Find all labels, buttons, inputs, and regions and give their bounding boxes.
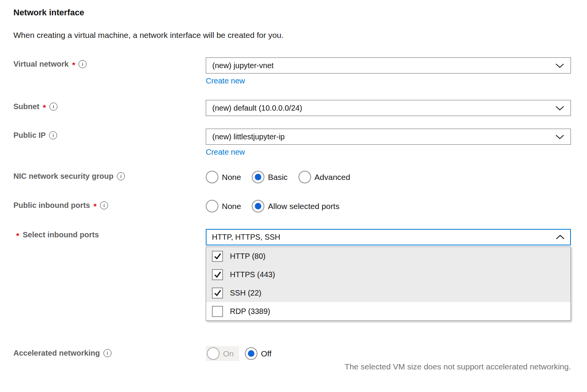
nic-nsg-label-row: NIC network security group i: [13, 172, 125, 181]
inbound-radio-allow-selected[interactable]: Allow selected ports: [252, 200, 339, 212]
chevron-down-icon: [555, 134, 564, 139]
info-icon[interactable]: i: [49, 103, 57, 111]
virtual-network-dropdown[interactable]: (new) jupyter-vnet: [206, 57, 571, 74]
subnet-label-row: Subnet * i: [13, 102, 57, 111]
radio-label: On: [223, 349, 234, 358]
select-inbound-ports-value: HTTP, HTTPS, SSH: [212, 233, 280, 242]
port-option-https[interactable]: HTTPS (443): [206, 265, 571, 284]
radio-label: Basic: [268, 173, 287, 182]
port-option-http[interactable]: HTTP (80): [206, 247, 571, 265]
public-ip-dropdown[interactable]: (new) littlestjupyter-ip: [206, 129, 571, 145]
radio-icon: [252, 200, 264, 212]
inbound-radio-none[interactable]: None: [206, 200, 241, 212]
checkbox-icon: [212, 306, 223, 317]
virtual-network-label: Virtual network: [13, 60, 69, 69]
inbound-ports-option-list: HTTP (80) HTTPS (443) SSH (22) RDP (3389…: [206, 247, 571, 321]
radio-icon: [206, 200, 218, 212]
radio-icon: [298, 171, 311, 183]
required-asterisk: *: [72, 61, 75, 69]
select-inbound-ports-label-row: *Select inbound ports: [16, 230, 99, 239]
create-new-public-ip-link[interactable]: Create new: [206, 148, 245, 157]
public-ip-label-row: Public IP i: [13, 131, 57, 140]
radio-label: Off: [261, 349, 272, 358]
public-inbound-ports-label-row: Public inbound ports * i: [13, 201, 108, 210]
port-option-ssh[interactable]: SSH (22): [206, 284, 571, 302]
checkbox-icon: [212, 251, 223, 262]
radio-label: Advanced: [315, 173, 350, 182]
accelerated-networking-radio-group: On Off: [206, 346, 273, 361]
radio-icon: [245, 347, 257, 360]
required-asterisk: *: [43, 103, 46, 111]
chevron-up-icon: [556, 235, 565, 240]
info-icon[interactable]: i: [79, 60, 87, 68]
info-icon[interactable]: i: [103, 349, 111, 357]
radio-icon: [206, 171, 218, 183]
radio-label: None: [222, 173, 241, 182]
virtual-network-label-row: Virtual network * i: [13, 60, 87, 69]
radio-icon: [207, 347, 220, 360]
accelerated-networking-label-row: Accelerated networking i: [13, 349, 111, 358]
subnet-value: (new) default (10.0.0.0/24): [212, 104, 302, 113]
chevron-down-icon: [555, 106, 564, 111]
nic-nsg-radio-group: None Basic Advanced: [206, 171, 350, 183]
port-option-rdp[interactable]: RDP (3389): [206, 302, 571, 320]
checkmark-icon: [213, 270, 222, 279]
public-inbound-ports-label: Public inbound ports: [13, 201, 90, 210]
page-title: Network interface: [13, 8, 84, 18]
public-ip-label: Public IP: [13, 131, 46, 140]
accelerated-radio-off[interactable]: Off: [244, 346, 273, 361]
radio-label: None: [222, 202, 241, 211]
required-asterisk: *: [93, 202, 97, 210]
radio-label: Allow selected ports: [268, 202, 339, 211]
checkbox-icon: [212, 287, 223, 299]
chevron-down-icon: [555, 63, 564, 68]
nsg-radio-none[interactable]: None: [206, 171, 241, 183]
public-inbound-ports-radio-group: None Allow selected ports: [206, 200, 339, 212]
subnet-label: Subnet: [13, 102, 39, 111]
nic-nsg-label: NIC network security group: [13, 172, 113, 181]
info-icon[interactable]: i: [100, 201, 108, 209]
info-icon[interactable]: i: [117, 172, 125, 180]
checkmark-icon: [213, 289, 222, 297]
nsg-radio-advanced[interactable]: Advanced: [298, 171, 350, 183]
required-asterisk: *: [16, 232, 19, 240]
info-icon[interactable]: i: [49, 131, 57, 139]
network-interface-form: Network interface When creating a virtua…: [0, 0, 587, 392]
checkbox-label: SSH (22): [230, 289, 261, 297]
checkmark-icon: [213, 252, 222, 260]
checkbox-label: HTTP (80): [230, 252, 266, 261]
virtual-network-value: (new) jupyter-vnet: [212, 61, 274, 70]
select-inbound-ports-combobox[interactable]: HTTP, HTTPS, SSH: [206, 229, 571, 245]
subnet-dropdown[interactable]: (new) default (10.0.0.0/24): [206, 100, 571, 116]
checkbox-label: RDP (3389): [230, 307, 270, 316]
checkbox-label: HTTPS (443): [230, 270, 275, 279]
accelerated-networking-note: The selected VM size does not support ac…: [206, 362, 571, 371]
create-new-vnet-link[interactable]: Create new: [206, 77, 245, 85]
nsg-radio-basic[interactable]: Basic: [252, 171, 287, 183]
radio-icon: [252, 171, 264, 183]
public-ip-value: (new) littlestjupyter-ip: [212, 132, 285, 141]
accelerated-radio-on: On: [206, 346, 239, 361]
select-inbound-ports-label: Select inbound ports: [23, 230, 99, 239]
page-subtitle: When creating a virtual machine, a netwo…: [13, 31, 284, 40]
accelerated-networking-label: Accelerated networking: [13, 349, 100, 358]
checkbox-icon: [212, 269, 223, 280]
